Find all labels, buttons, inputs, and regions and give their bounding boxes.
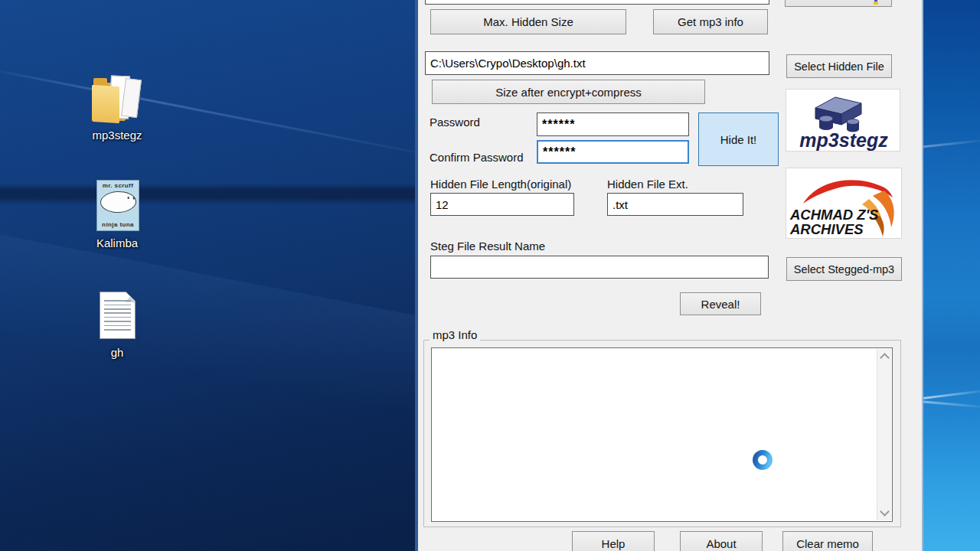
button-glyph-fragment xyxy=(874,2,878,5)
desktop: mp3stegz mr. scruff ninja tuna Kalimba g… xyxy=(0,0,980,551)
max-hidden-size-button[interactable]: Max. Hidden Size xyxy=(430,9,626,34)
top-right-button-cropped[interactable] xyxy=(785,0,892,7)
ninja-tuna-blob xyxy=(100,190,137,214)
mp3stegz-logo: mp3stegz xyxy=(786,89,900,152)
help-button[interactable]: Help xyxy=(572,531,655,551)
select-stegged-mp3-button[interactable]: Select Stegged-mp3 xyxy=(786,257,902,281)
wallpaper-right xyxy=(923,0,980,551)
reveal-button[interactable]: Reveal! xyxy=(680,292,761,315)
clear-memo-button[interactable]: Clear memo xyxy=(782,531,873,551)
hidden-file-ext-input[interactable] xyxy=(607,193,743,216)
achmad-logo-line2: ARCHIVES xyxy=(789,221,864,237)
mp3-input-cropped[interactable] xyxy=(425,0,769,5)
mp3stegz-logo-glyph: mp3stegz xyxy=(786,90,900,152)
hidden-file-path-input[interactable] xyxy=(425,51,769,75)
folder-icon xyxy=(92,73,142,127)
icon-label: Kalimba xyxy=(71,236,163,249)
scroll-down-icon[interactable] xyxy=(880,507,890,517)
icon-label: mp3stegz xyxy=(71,129,163,142)
about-button[interactable]: About xyxy=(680,531,763,551)
hidden-file-length-input[interactable] xyxy=(430,193,574,216)
password-label: Password xyxy=(430,116,480,129)
steg-file-result-input[interactable] xyxy=(430,256,769,279)
memo-scrollbar[interactable] xyxy=(877,349,891,520)
hidden-file-length-label: Hidden File Length(original) xyxy=(430,178,571,191)
select-hidden-file-button[interactable]: Select Hidden File xyxy=(786,54,892,78)
steg-file-result-label: Steg File Result Name xyxy=(430,240,545,253)
achmad-logo-line1: ACHMAD Z'S xyxy=(789,207,879,223)
confirm-password-label: Confirm Password xyxy=(430,151,524,164)
busy-spinner-cursor xyxy=(750,447,776,473)
wallpaper-light-beam xyxy=(0,66,459,161)
confirm-password-input[interactable] xyxy=(537,140,689,164)
get-mp3-info-button[interactable]: Get mp3 info xyxy=(653,9,768,34)
password-input[interactable] xyxy=(537,112,689,136)
mp3-info-memo[interactable] xyxy=(431,347,893,522)
album-art-icon: mr. scruff ninja tuna xyxy=(96,180,139,231)
achmad-logo-glyph: ACHMAD Z'S ARCHIVES xyxy=(786,168,902,239)
wallpaper-left xyxy=(0,0,418,551)
scroll-up-icon[interactable] xyxy=(880,353,890,363)
icon-label: gh xyxy=(71,346,163,359)
mp3-info-label: mp3 Info xyxy=(430,328,480,341)
hide-it-button[interactable]: Hide It! xyxy=(698,112,779,166)
achmad-archives-logo: ACHMAD Z'S ARCHIVES xyxy=(786,168,902,239)
size-after-encrypt-button[interactable]: Size after encrypt+compress xyxy=(432,80,705,104)
hidden-file-ext-label: Hidden File Ext. xyxy=(607,178,688,191)
mp3stegz-logo-text: mp3stegz xyxy=(799,129,888,151)
text-document-icon xyxy=(100,292,136,339)
